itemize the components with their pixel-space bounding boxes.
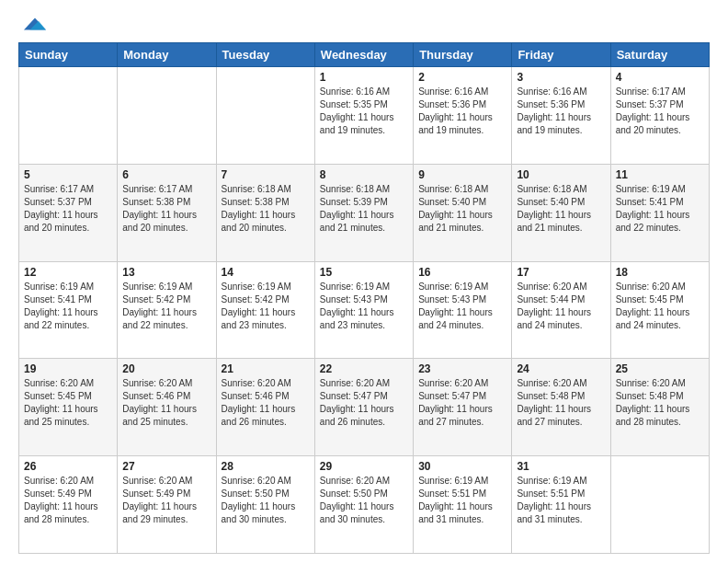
day-number: 9 — [418, 168, 506, 181]
day-number: 6 — [122, 168, 210, 181]
table-row: 9Sunrise: 6:18 AMSunset: 5:40 PMDaylight… — [414, 164, 512, 261]
header — [18, 15, 710, 33]
day-info: Sunrise: 6:16 AMSunset: 5:36 PMDaylight:… — [418, 86, 506, 137]
table-row: 5Sunrise: 6:17 AMSunset: 5:37 PMDaylight… — [19, 164, 118, 261]
day-info: Sunrise: 6:19 AMSunset: 5:41 PMDaylight:… — [616, 183, 704, 235]
table-row — [216, 67, 314, 165]
day-info: Sunrise: 6:19 AMSunset: 5:42 PMDaylight:… — [122, 281, 210, 332]
table-row: 26Sunrise: 6:20 AMSunset: 5:49 PMDayligh… — [19, 456, 118, 554]
table-row: 21Sunrise: 6:20 AMSunset: 5:46 PMDayligh… — [216, 359, 314, 456]
col-wednesday: Wednesday — [314, 43, 413, 67]
logo-icon — [24, 15, 46, 33]
day-number: 26 — [24, 460, 112, 473]
day-number: 15 — [320, 266, 408, 279]
calendar-table: Sunday Monday Tuesday Wednesday Thursday… — [18, 42, 710, 554]
day-number: 17 — [517, 266, 605, 279]
table-row: 19Sunrise: 6:20 AMSunset: 5:45 PMDayligh… — [19, 359, 118, 456]
day-number: 7 — [222, 168, 310, 181]
day-info: Sunrise: 6:18 AMSunset: 5:40 PMDaylight:… — [517, 183, 605, 235]
day-info: Sunrise: 6:17 AMSunset: 5:37 PMDaylight:… — [616, 86, 704, 137]
day-info: Sunrise: 6:20 AMSunset: 5:47 PMDaylight:… — [320, 377, 408, 429]
day-info: Sunrise: 6:19 AMSunset: 5:42 PMDaylight:… — [222, 281, 310, 332]
table-row: 8Sunrise: 6:18 AMSunset: 5:39 PMDaylight… — [314, 164, 413, 261]
day-number: 25 — [616, 362, 704, 375]
day-info: Sunrise: 6:20 AMSunset: 5:47 PMDaylight:… — [418, 377, 506, 429]
table-row: 16Sunrise: 6:19 AMSunset: 5:43 PMDayligh… — [414, 261, 512, 359]
table-row: 18Sunrise: 6:20 AMSunset: 5:45 PMDayligh… — [610, 261, 709, 359]
table-row — [19, 67, 118, 165]
table-row: 11Sunrise: 6:19 AMSunset: 5:41 PMDayligh… — [610, 164, 709, 261]
day-number: 10 — [517, 168, 605, 181]
col-saturday: Saturday — [610, 43, 709, 67]
page: Sunday Monday Tuesday Wednesday Thursday… — [0, 0, 728, 563]
day-number: 2 — [418, 71, 506, 84]
table-row: 22Sunrise: 6:20 AMSunset: 5:47 PMDayligh… — [314, 359, 413, 456]
day-number: 4 — [616, 71, 704, 84]
day-number: 8 — [320, 168, 408, 181]
day-info: Sunrise: 6:20 AMSunset: 5:49 PMDaylight:… — [24, 475, 112, 526]
day-info: Sunrise: 6:16 AMSunset: 5:35 PMDaylight:… — [320, 86, 408, 137]
day-number: 19 — [24, 362, 112, 375]
table-row: 30Sunrise: 6:19 AMSunset: 5:51 PMDayligh… — [414, 456, 512, 554]
table-row: 31Sunrise: 6:19 AMSunset: 5:51 PMDayligh… — [512, 456, 610, 554]
day-info: Sunrise: 6:20 AMSunset: 5:45 PMDaylight:… — [24, 377, 112, 429]
col-tuesday: Tuesday — [216, 43, 314, 67]
day-info: Sunrise: 6:20 AMSunset: 5:46 PMDaylight:… — [122, 377, 210, 429]
day-info: Sunrise: 6:17 AMSunset: 5:38 PMDaylight:… — [122, 183, 210, 235]
table-row: 28Sunrise: 6:20 AMSunset: 5:50 PMDayligh… — [216, 456, 314, 554]
day-number: 28 — [222, 460, 310, 473]
table-row: 12Sunrise: 6:19 AMSunset: 5:41 PMDayligh… — [19, 261, 118, 359]
day-number: 24 — [517, 362, 605, 375]
day-info: Sunrise: 6:19 AMSunset: 5:43 PMDaylight:… — [418, 281, 506, 332]
day-info: Sunrise: 6:17 AMSunset: 5:37 PMDaylight:… — [24, 183, 112, 235]
day-info: Sunrise: 6:18 AMSunset: 5:38 PMDaylight:… — [222, 183, 310, 235]
day-info: Sunrise: 6:20 AMSunset: 5:46 PMDaylight:… — [222, 377, 310, 429]
day-info: Sunrise: 6:19 AMSunset: 5:43 PMDaylight:… — [320, 281, 408, 332]
day-info: Sunrise: 6:20 AMSunset: 5:50 PMDaylight:… — [222, 475, 310, 526]
day-number: 1 — [320, 71, 408, 84]
table-row: 13Sunrise: 6:19 AMSunset: 5:42 PMDayligh… — [118, 261, 216, 359]
day-info: Sunrise: 6:19 AMSunset: 5:51 PMDaylight:… — [517, 475, 605, 526]
day-number: 27 — [122, 460, 210, 473]
table-row: 7Sunrise: 6:18 AMSunset: 5:38 PMDaylight… — [216, 164, 314, 261]
table-row: 15Sunrise: 6:19 AMSunset: 5:43 PMDayligh… — [314, 261, 413, 359]
table-row: 23Sunrise: 6:20 AMSunset: 5:47 PMDayligh… — [414, 359, 512, 456]
day-number: 12 — [24, 266, 112, 279]
day-info: Sunrise: 6:19 AMSunset: 5:51 PMDaylight:… — [418, 475, 506, 526]
day-number: 22 — [320, 362, 408, 375]
day-number: 18 — [616, 266, 704, 279]
calendar-header-row: Sunday Monday Tuesday Wednesday Thursday… — [19, 43, 710, 67]
day-number: 29 — [320, 460, 408, 473]
table-row: 1Sunrise: 6:16 AMSunset: 5:35 PMDaylight… — [314, 67, 413, 165]
table-row: 2Sunrise: 6:16 AMSunset: 5:36 PMDaylight… — [414, 67, 512, 165]
table-row: 25Sunrise: 6:20 AMSunset: 5:48 PMDayligh… — [610, 359, 709, 456]
day-number: 5 — [24, 168, 112, 181]
table-row: 17Sunrise: 6:20 AMSunset: 5:44 PMDayligh… — [512, 261, 610, 359]
table-row: 4Sunrise: 6:17 AMSunset: 5:37 PMDaylight… — [610, 67, 709, 165]
table-row: 29Sunrise: 6:20 AMSunset: 5:50 PMDayligh… — [314, 456, 413, 554]
table-row — [118, 67, 216, 165]
col-friday: Friday — [512, 43, 610, 67]
day-info: Sunrise: 6:18 AMSunset: 5:39 PMDaylight:… — [320, 183, 408, 235]
col-monday: Monday — [118, 43, 216, 67]
col-thursday: Thursday — [414, 43, 512, 67]
day-number: 13 — [122, 266, 210, 279]
day-info: Sunrise: 6:20 AMSunset: 5:44 PMDaylight:… — [517, 281, 605, 332]
day-info: Sunrise: 6:16 AMSunset: 5:36 PMDaylight:… — [517, 86, 605, 137]
table-row: 6Sunrise: 6:17 AMSunset: 5:38 PMDaylight… — [118, 164, 216, 261]
table-row — [610, 456, 709, 554]
day-info: Sunrise: 6:19 AMSunset: 5:41 PMDaylight:… — [24, 281, 112, 332]
day-info: Sunrise: 6:20 AMSunset: 5:45 PMDaylight:… — [616, 281, 704, 332]
day-info: Sunrise: 6:20 AMSunset: 5:50 PMDaylight:… — [320, 475, 408, 526]
table-row: 24Sunrise: 6:20 AMSunset: 5:48 PMDayligh… — [512, 359, 610, 456]
day-info: Sunrise: 6:20 AMSunset: 5:48 PMDaylight:… — [616, 377, 704, 429]
day-number: 3 — [517, 71, 605, 84]
day-number: 11 — [616, 168, 704, 181]
day-number: 23 — [418, 362, 506, 375]
day-number: 31 — [517, 460, 605, 473]
col-sunday: Sunday — [19, 43, 118, 67]
logo — [18, 15, 46, 33]
table-row: 3Sunrise: 6:16 AMSunset: 5:36 PMDaylight… — [512, 67, 610, 165]
day-number: 16 — [418, 266, 506, 279]
table-row: 20Sunrise: 6:20 AMSunset: 5:46 PMDayligh… — [118, 359, 216, 456]
